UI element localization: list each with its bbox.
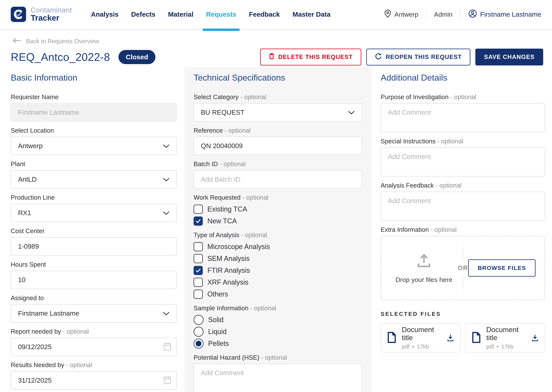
nav-item-feedback[interactable]: Feedback xyxy=(243,0,286,29)
admin-menu[interactable]: Admin xyxy=(434,11,452,18)
admin-label: Admin xyxy=(434,11,452,18)
checkbox-box xyxy=(194,242,203,251)
nav-item-defects[interactable]: Defects xyxy=(125,0,162,29)
chevron-down-icon xyxy=(348,109,355,116)
delete-request-button[interactable]: DELETE THIS REQUEST xyxy=(260,49,361,65)
checkbox-box xyxy=(194,266,203,275)
basic-information-heading: Basic Information xyxy=(11,73,177,83)
app-logo[interactable]: Contaminant Tracker xyxy=(11,6,72,22)
analysis-feedback-field: Analysis Feedback - optional xyxy=(381,182,545,221)
optional-hint: - optional xyxy=(63,328,89,335)
app-header: Contaminant Tracker Analysis Defects Mat… xyxy=(0,0,552,30)
radio-pellets[interactable]: Pellets xyxy=(194,338,362,349)
location-select[interactable]: Antwerp xyxy=(11,137,177,155)
upload-tray-icon xyxy=(415,253,433,269)
production-line-select[interactable]: RX1 xyxy=(11,204,177,222)
checkmark-icon xyxy=(195,267,202,274)
checkbox-label: FTIR Analysis xyxy=(207,266,250,274)
assigned-to-select[interactable]: Firstname Lastname xyxy=(11,304,177,322)
analysis-feedback-textarea[interactable] xyxy=(381,192,545,221)
optional-hint: - optional xyxy=(241,231,267,238)
checkbox-sem-analysis[interactable]: SEM Analysis xyxy=(194,253,362,264)
checkbox-xrf-analysis[interactable]: XRF Analysis xyxy=(194,277,362,288)
checkbox-new-tca[interactable]: New TCA xyxy=(194,216,362,226)
selected-files-list: Document title pdf • 17kb xyxy=(381,323,545,352)
checkbox-ftir-analysis[interactable]: FTIR Analysis xyxy=(194,265,362,276)
plant-select[interactable]: AntLD xyxy=(11,170,177,189)
reference-input[interactable] xyxy=(194,137,362,155)
map-pin-icon xyxy=(384,9,391,19)
select-category-label: Select Category xyxy=(194,93,239,100)
nav-item-material[interactable]: Material xyxy=(162,0,200,29)
checkbox-microscope-analysis[interactable]: Microscope Analysis xyxy=(194,241,362,252)
title-row: REQ_Antco_2022-8 Closed DELETE THIS REQU… xyxy=(11,48,543,66)
checkbox-label: Existing TCA xyxy=(207,205,247,213)
radio-solid[interactable]: Solid xyxy=(194,315,362,325)
production-line-label: Production Line xyxy=(11,194,177,201)
checkbox-existing-tca[interactable]: Existing TCA xyxy=(194,204,362,215)
assigned-to-label: Assigned to xyxy=(11,294,177,302)
cost-center-field: Cost Center xyxy=(11,227,177,256)
browse-files-button[interactable]: BROWSE FILES xyxy=(468,259,535,277)
nav-item-master-data[interactable]: Master Data xyxy=(286,0,337,29)
reference-label: Reference xyxy=(194,127,223,134)
category-select[interactable]: BU REQUEST xyxy=(194,103,362,122)
selected-files-heading: SELECTED FILES xyxy=(381,311,545,317)
additional-details-heading: Additional Details xyxy=(381,73,545,83)
main-nav: Analysis Defects Material Requests Feedb… xyxy=(85,0,337,29)
results-needed-by-label: Results Needed by xyxy=(11,361,64,368)
plant-field: Plant AntLD xyxy=(11,161,177,189)
cost-center-input[interactable] xyxy=(11,237,177,256)
location-label: Antwerp xyxy=(394,11,418,18)
requester-name-input xyxy=(11,103,177,122)
purpose-of-investigation-textarea[interactable] xyxy=(381,103,545,132)
file-card: Document title pdf • 17kb xyxy=(465,323,545,352)
results-needed-by-date-input[interactable] xyxy=(11,371,177,390)
assigned-to-select-value: Firstname Lastname xyxy=(18,309,79,317)
basic-information-section: Basic Information Requester Name Select … xyxy=(11,73,177,392)
file-dropzone[interactable]: Drop your files here OR BROWSE FILES xyxy=(381,236,545,300)
optional-hint: - optional xyxy=(242,194,268,201)
type-of-analysis-label: Type of Analysis xyxy=(194,231,239,238)
hours-spent-field: Hours Spent xyxy=(11,261,177,289)
optional-hint: - optional xyxy=(430,226,457,233)
radio-circle xyxy=(194,327,203,337)
checkbox-label: Microscope Analysis xyxy=(207,243,270,251)
batch-id-field: Batch ID - optional xyxy=(194,161,362,189)
arrow-left-icon xyxy=(12,37,21,45)
special-instructions-textarea[interactable] xyxy=(381,147,545,176)
back-to-overview-link[interactable]: Back to Requests Overview xyxy=(12,37,99,45)
trash-icon xyxy=(269,53,275,62)
batch-id-input[interactable] xyxy=(194,170,362,189)
batch-id-label: Batch ID xyxy=(194,161,218,168)
report-needed-by-date-input[interactable] xyxy=(11,338,177,356)
file-size: 17kb xyxy=(417,343,429,350)
or-separator: OR xyxy=(458,264,468,272)
radio-liquid[interactable]: Liquid xyxy=(194,326,362,337)
radio-label: Solid xyxy=(208,316,224,324)
potential-hazard-textarea[interactable] xyxy=(194,364,362,392)
delete-button-label: DELETE THIS REQUEST xyxy=(278,54,353,61)
user-menu[interactable]: Firstname Lastname xyxy=(468,9,541,20)
nav-item-analysis[interactable]: Analysis xyxy=(85,0,125,29)
sample-information-label: Sample Information xyxy=(194,305,248,312)
plant-select-value: AntLD xyxy=(18,175,36,183)
location-selector[interactable]: Antwerp xyxy=(384,9,418,19)
person-circle-icon xyxy=(468,9,477,20)
checkbox-label: SEM Analysis xyxy=(207,255,250,263)
download-icon[interactable] xyxy=(446,334,454,342)
nav-item-requests[interactable]: Requests xyxy=(200,0,243,29)
save-changes-button[interactable]: SAVE CHANGES xyxy=(475,49,543,65)
header-right: Antwerp Admin Firstname Lastname xyxy=(384,9,541,20)
checkbox-box xyxy=(194,205,203,214)
checkbox-others[interactable]: Others xyxy=(194,289,362,300)
file-type: pdf xyxy=(486,343,494,350)
back-link-label: Back to Requests Overview xyxy=(26,38,99,45)
document-icon xyxy=(387,331,397,344)
download-icon[interactable] xyxy=(531,334,539,342)
hours-spent-input[interactable] xyxy=(11,271,177,289)
reopen-request-button[interactable]: REOPEN THIS REQUEST xyxy=(366,49,470,65)
page-title: REQ_Antco_2022-8 xyxy=(11,51,110,63)
save-button-label: SAVE CHANGES xyxy=(484,54,535,61)
optional-hint: - optional xyxy=(250,305,276,312)
